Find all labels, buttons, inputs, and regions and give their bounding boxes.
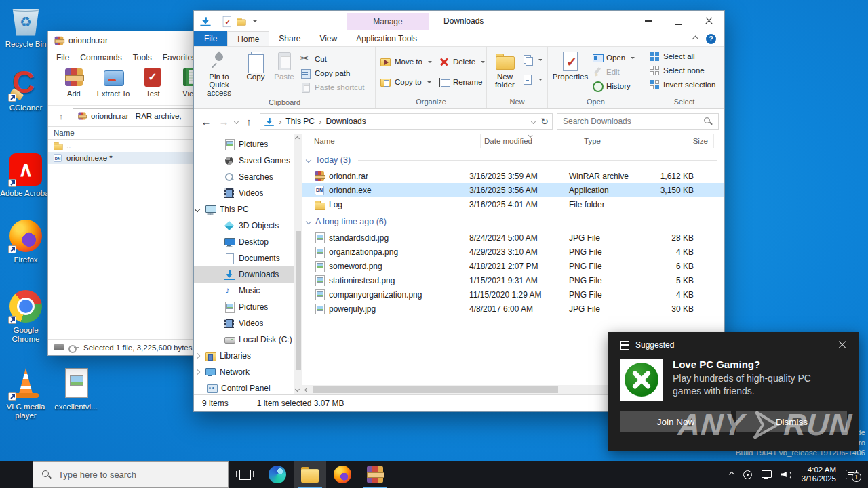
desktop-icon[interactable]: CCleaner [0,68,52,113]
expander-icon[interactable] [195,207,200,212]
column-date-modified[interactable]: Date modified [481,134,580,148]
expander-icon[interactable] [213,321,218,326]
volume-icon[interactable] [781,470,792,479]
winrar-taskbar-button[interactable] [359,461,391,488]
expander-icon[interactable] [213,288,218,293]
nav-item[interactable]: This PC [194,201,302,218]
expander-icon[interactable] [195,353,200,359]
group-header[interactable]: A long time ago (6) [302,213,724,230]
start-button[interactable] [0,461,33,488]
network-icon[interactable] [762,470,772,479]
nav-scrollbar[interactable] [294,134,302,394]
search-icon[interactable] [703,117,713,126]
refresh-icon[interactable]: ↻ [540,116,549,127]
breadcrumb-downloads[interactable]: Downloads [326,117,366,126]
scroll-up-icon[interactable] [295,136,300,141]
tab-application-tools[interactable]: Application Tools [347,31,427,46]
minimize-button[interactable] [633,11,663,31]
file-row[interactable]: companyorganization.png 11/15/2020 1:29 … [302,287,724,302]
nav-item[interactable]: 3D Objects [194,218,302,234]
breadcrumb-this-pc[interactable]: This PC [285,117,315,126]
search-input[interactable]: Search Downloads [557,113,719,130]
nav-item[interactable]: Pictures [194,136,302,152]
qat-new-folder-icon[interactable] [236,16,245,26]
move-to-button[interactable]: Move to [378,54,434,68]
winrar-extract-button[interactable]: Extract To [97,66,130,98]
recent-locations-icon[interactable] [234,119,239,123]
winrar-address-field[interactable]: oriondn.rar - RAR archive, [73,108,204,123]
winrar-test-button[interactable]: Test [138,66,167,98]
winrar-menu-favorites[interactable]: Favorites [163,53,196,62]
select-all-button[interactable]: Select all [647,49,697,63]
column-type[interactable]: Type [580,134,663,148]
nav-item[interactable]: Network [194,364,302,380]
expander-icon[interactable] [213,158,218,163]
expander-icon[interactable] [213,337,218,342]
address-dropdown-icon[interactable] [531,119,536,123]
nav-item[interactable]: Videos [194,185,302,201]
toast-close-icon[interactable] [837,340,847,350]
pin-to-quick-access-button[interactable]: Pin to Quick access [197,49,241,98]
collapse-group-icon[interactable] [306,219,311,224]
easy-access-button[interactable] [520,72,545,86]
tab-home[interactable]: Home [227,31,269,46]
maximize-button[interactable] [663,11,694,31]
desktop-icon[interactable]: Google Chrome [0,290,52,344]
nav-item[interactable]: Desktop [194,234,302,250]
scrollbar-thumb[interactable] [296,231,301,370]
rename-button[interactable]: Rename [437,75,487,89]
tab-view[interactable]: View [310,31,347,46]
column-name[interactable]: Name [302,134,481,148]
nav-item[interactable]: Videos [194,315,302,331]
tray-clock[interactable]: 4:02 AM 3/16/2025 [802,466,836,484]
scroll-left-icon[interactable] [304,387,309,392]
collapse-ribbon-icon[interactable] [692,35,699,42]
copy-button[interactable]: Copy [241,49,270,82]
file-row[interactable]: oriondn.rar 3/16/2025 3:59 AM WinRAR arc… [302,169,724,183]
firefox-taskbar-button[interactable] [326,461,359,488]
select-none-button[interactable]: Select none [647,63,707,77]
file-row[interactable]: organizationpa.png 4/29/2023 3:10 AM PNG… [302,245,724,259]
file-explorer-taskbar-button[interactable] [294,461,326,488]
up-icon[interactable]: ↑ [242,116,256,127]
invert-selection-button[interactable]: Invert selection [647,77,717,92]
edit-button[interactable]: Edit [590,64,637,79]
file-row[interactable]: standardsdid.jpg 8/24/2024 5:00 AM JPG F… [302,230,724,245]
file-row[interactable]: Log 3/16/2025 4:01 AM File folder [302,197,724,211]
expander-icon[interactable] [195,369,200,375]
collapse-group-icon[interactable] [306,157,311,163]
taskbar-search-input[interactable]: Type here to search [33,461,229,488]
column-size[interactable]: Size [663,134,714,148]
qat-customize-icon[interactable] [253,20,257,24]
file-row[interactable]: stationinstead.png 1/15/2021 9:31 AM PNG… [302,273,724,287]
forward-icon[interactable]: → [217,116,231,127]
desktop-icon[interactable]: Adobe Acrobat [0,153,52,198]
new-folder-button[interactable]: New folder [490,49,520,90]
tab-file[interactable]: File [194,31,227,46]
paste-shortcut-button[interactable]: Paste shortcut [298,80,367,94]
winrar-file-row[interactable]: oriondn.exe * [48,152,210,164]
copy-to-button[interactable]: Copy to [378,75,434,89]
help-icon[interactable]: ? [706,34,716,44]
desktop-icon[interactable]: VLC media player [0,367,52,420]
winrar-add-button[interactable]: Add [59,66,89,98]
nav-item[interactable]: Searches [194,169,302,185]
tray-expand-icon[interactable] [729,472,734,477]
file-row[interactable]: oriondn.exe 3/16/2025 3:56 AM Applicatio… [302,183,724,197]
task-view-button[interactable] [229,461,261,488]
hscrollbar-thumb[interactable] [313,386,558,393]
nav-item[interactable]: Downloads [194,266,302,283]
desktop-icon[interactable]: Recycle Bin [0,4,52,49]
expander-icon[interactable] [213,272,218,277]
open-button[interactable]: Open [590,50,637,64]
nav-item[interactable]: Control Panel [194,380,302,394]
winrar-titlebar[interactable]: oriondn.rar [48,31,210,50]
expander-icon[interactable] [213,142,218,147]
winrar-up-icon[interactable]: ↑ [54,109,68,123]
expander-icon[interactable] [195,386,201,391]
properties-button[interactable]: Properties [551,49,590,82]
winrar-menu-file[interactable]: File [56,53,69,62]
file-row[interactable]: someword.png 4/18/2021 2:07 PM PNG File … [302,259,724,273]
explorer-titlebar[interactable]: Manage Downloads [194,11,724,31]
winrar-menu-commands[interactable]: Commands [80,53,121,62]
